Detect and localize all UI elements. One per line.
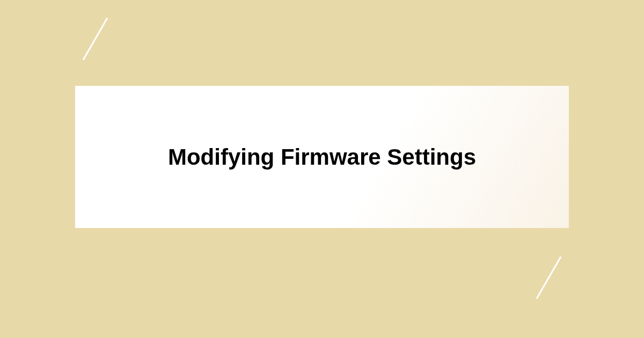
title-card: Modifying Firmware Settings <box>75 86 569 228</box>
decorative-line-top <box>83 18 108 60</box>
page-title: Modifying Firmware Settings <box>168 144 476 170</box>
decorative-line-bottom <box>536 256 562 299</box>
